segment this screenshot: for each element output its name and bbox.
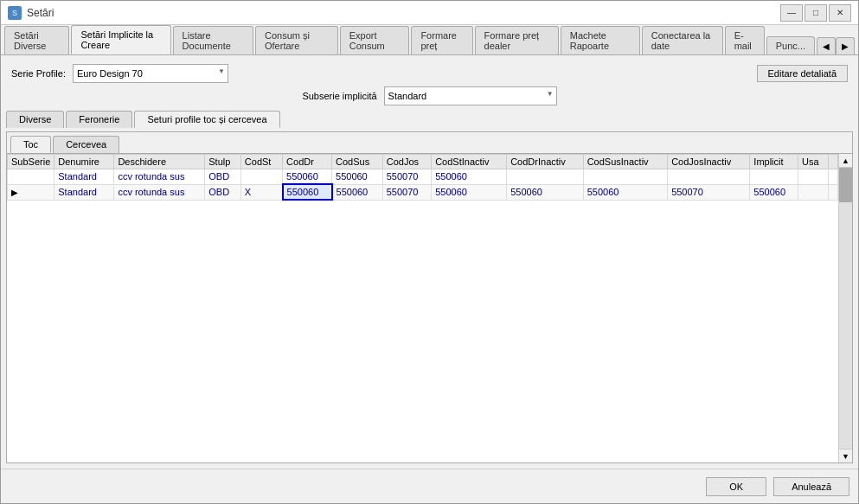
col-deschidere: Deschidere: [114, 155, 205, 169]
col-codjos: CodJos: [382, 155, 431, 169]
col-codSusinactiv: CodSusInactiv: [583, 155, 667, 169]
inner-tab-bar: Diverse Feronerie Seturi profile toc și …: [6, 111, 853, 128]
title-bar: S Setări — □ ✕: [1, 1, 858, 25]
window-icon: S: [8, 6, 22, 20]
tab-more-button[interactable]: ◀: [817, 37, 836, 54]
col-implicit: Implicit: [750, 155, 798, 169]
window-title: Setări: [27, 7, 54, 19]
cell-codsus[interactable]: 550070: [382, 184, 431, 200]
cell-implicit[interactable]: [798, 184, 829, 200]
subserie-section: Subserie implicită Standard: [6, 86, 853, 105]
data-table: SubSerie Denumire Deschidere Stulp CodSt…: [7, 154, 838, 201]
cell-deschidere[interactable]: OBD: [205, 169, 241, 185]
cell-codsusinactiv[interactable]: [668, 169, 750, 185]
cell-subserie[interactable]: Standard: [54, 169, 114, 185]
profile-select[interactable]: Euro Design 70: [73, 64, 228, 83]
cancel-button[interactable]: Anulează: [773, 477, 849, 496]
tab-export-consum[interactable]: Export Consum: [340, 26, 410, 54]
table-row[interactable]: ▶Standardccv rotunda susOBDX550060550060…: [8, 184, 838, 200]
sub-inner-tab-toc[interactable]: Toc: [10, 136, 51, 153]
row-indicator: [8, 169, 54, 185]
col-usa: Usa: [798, 155, 829, 169]
table-area: SubSerie Denumire Deschidere Stulp CodSt…: [7, 154, 852, 463]
subserie-label: Subserie implicită: [302, 91, 376, 101]
footer: OK Anulează: [1, 469, 858, 503]
table-row[interactable]: Standardccv rotunda susOBD55006055006055…: [8, 169, 838, 185]
col-denumire: Denumire: [54, 155, 114, 169]
cell-codsusinactiv[interactable]: 550070: [668, 184, 750, 200]
maximize-button[interactable]: □: [805, 4, 827, 22]
table-scroll[interactable]: SubSerie Denumire Deschidere Stulp CodSt…: [7, 154, 838, 463]
col-codst: CodSt: [240, 155, 282, 169]
ok-button[interactable]: OK: [706, 477, 766, 496]
subserie-select[interactable]: Standard: [384, 86, 557, 105]
profile-select-wrap: Euro Design 70: [73, 64, 228, 83]
tab-punc[interactable]: Punc...: [766, 36, 815, 54]
inner-tab-diverse[interactable]: Diverse: [6, 111, 64, 128]
tab-setari-diverse[interactable]: Setări Diverse: [4, 26, 69, 54]
vertical-scrollbar[interactable]: ▲ ▼: [838, 154, 852, 463]
tab-formare-pret-dealer[interactable]: Formare preț dealer: [475, 26, 559, 54]
tab-machete-rapoarte[interactable]: Machete Rapoarte: [561, 26, 640, 54]
cell-codjos[interactable]: 550060: [432, 169, 507, 185]
cell-codsus[interactable]: 550070: [382, 169, 431, 185]
cell-deschidere[interactable]: OBD: [205, 184, 241, 200]
tab-setari-implicite[interactable]: Setări Implicite la Creare: [71, 25, 170, 54]
cell-codjosinactiv[interactable]: [750, 169, 798, 185]
close-button[interactable]: ✕: [829, 4, 851, 22]
col-subserie: SubSerie: [8, 155, 54, 169]
cell-codjos[interactable]: 550060: [432, 184, 507, 200]
cell-codst[interactable]: 550060: [283, 184, 332, 200]
cell-subserie[interactable]: Standard: [54, 184, 114, 200]
row-indicator: ▶: [8, 184, 54, 200]
tab-more-right-button[interactable]: ▶: [836, 37, 855, 54]
window-controls: — □ ✕: [780, 4, 851, 22]
tab-consum-ofertare[interactable]: Consum și Ofertare: [255, 26, 338, 54]
edit-detailed-button[interactable]: Editare detaliată: [757, 65, 849, 82]
cell-denumire[interactable]: ccv rotunda sus: [114, 169, 205, 185]
sub-inner-tab-cercevea[interactable]: Cercevea: [53, 136, 119, 153]
cell-coddrinactiv[interactable]: 550060: [583, 184, 667, 200]
profile-label: Serie Profile:: [11, 68, 66, 79]
col-codjosinactiv: CodJosInactiv: [668, 155, 750, 169]
main-panel: Toc Cercevea SubSerie Denumire Deschider…: [6, 131, 853, 463]
cell-codstinactiv[interactable]: 550060: [507, 184, 583, 200]
cell-codjosinactiv[interactable]: 550060: [750, 184, 798, 200]
scrollbar-track[interactable]: [839, 168, 852, 449]
col-coddr: CodDr: [283, 155, 332, 169]
tab-listare-documente[interactable]: Listare Documente: [173, 26, 253, 54]
profile-section: Serie Profile: Euro Design 70 Editare de…: [6, 61, 853, 86]
cell-codstinactiv[interactable]: [507, 169, 583, 185]
cell-usa[interactable]: [828, 169, 837, 185]
tab-conectarea-date[interactable]: Conectarea la date: [642, 26, 723, 54]
cell-stulp[interactable]: [240, 169, 282, 185]
cell-denumire[interactable]: ccv rotunda sus: [114, 184, 205, 200]
sub-inner-tab-bar: Toc Cercevea: [7, 132, 852, 154]
col-coddrinactiv: CodDrInactiv: [507, 155, 583, 169]
tab-email[interactable]: E-mail: [725, 26, 765, 54]
col-codsus: CodSus: [332, 155, 383, 169]
cell-implicit[interactable]: [798, 169, 829, 185]
scrollbar-down-button[interactable]: ▼: [839, 449, 852, 463]
cell-coddr[interactable]: 550060: [332, 184, 383, 200]
cell-stulp[interactable]: X: [240, 184, 282, 200]
cell-codst[interactable]: 550060: [283, 169, 332, 185]
cell-coddr[interactable]: 550060: [332, 169, 383, 185]
col-arrow: [828, 155, 837, 169]
content-area: Serie Profile: Euro Design 70 Editare de…: [1, 55, 858, 469]
main-window: S Setări — □ ✕ Setări Diverse Setări Imp…: [0, 0, 859, 504]
main-tab-bar: Setări Diverse Setări Implicite la Crear…: [1, 25, 858, 55]
cell-coddrinactiv[interactable]: [583, 169, 667, 185]
col-codstinactiv: CodStInactiv: [432, 155, 507, 169]
tab-formare-pret[interactable]: Formare preț: [411, 26, 472, 54]
cell-usa[interactable]: [828, 184, 837, 200]
minimize-button[interactable]: —: [780, 4, 803, 22]
col-stulp: Stulp: [205, 155, 241, 169]
inner-tab-seturi-profile[interactable]: Seturi profile toc și cercevea: [134, 111, 279, 128]
scrollbar-up-button[interactable]: ▲: [839, 154, 852, 168]
scrollbar-thumb[interactable]: [839, 168, 852, 202]
inner-tab-feronerie[interactable]: Feronerie: [66, 111, 132, 128]
